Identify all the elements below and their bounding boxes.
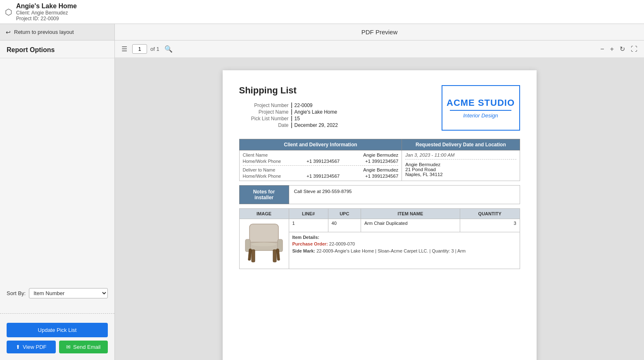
proj-name-label: Project Name	[239, 109, 289, 115]
items-table: IMAGE LINE# UPC ITEM NAME QUANTITY	[239, 208, 520, 269]
info-date: Date December 29, 2022	[239, 122, 338, 128]
items-header-row: IMAGE LINE# UPC ITEM NAME QUANTITY	[239, 209, 520, 219]
pdf-preview-header: PDF Preview	[115, 24, 644, 41]
info-project-name: Project Name Angie's Lake Home	[239, 109, 338, 115]
sort-by-row: Sort By: Item Number Category Vendor	[7, 288, 108, 298]
project-id-label: Project ID:	[16, 16, 39, 21]
outline-icon-button[interactable]: ☰	[120, 43, 129, 55]
proj-num-label: Project Number	[239, 103, 289, 108]
deliver-phone-label: Home/Work Phone	[243, 174, 281, 179]
delivery-addr-3: Naples, FL 34112	[405, 172, 516, 177]
view-pdf-button[interactable]: ⬆ View PDF	[7, 341, 56, 353]
project-title: Angie's Lake Home	[16, 2, 77, 10]
zoom-out-button[interactable]: −	[599, 44, 606, 55]
svg-rect-5	[273, 250, 276, 262]
company-logo: ACME STUDIO Interior Design	[442, 85, 520, 131]
item-quantity: 3	[460, 219, 520, 232]
client-section-header: Client and Delivery Information	[239, 139, 402, 150]
top-header: ⬡ Angie's Lake Home Client: Angie Bermud…	[0, 0, 644, 24]
home-phone-label: Home/Work Phone	[243, 159, 281, 164]
proj-num-value: 22-0009	[295, 103, 313, 108]
deliver-phone-1: +1 3991234567	[307, 174, 340, 179]
fullscreen-button[interactable]: ⛶	[629, 44, 639, 55]
page-number-input[interactable]	[132, 44, 147, 54]
side-mark-row: Side Mark: 22-0009-Angie's Lake Home | S…	[292, 248, 516, 255]
item-details-cell: Item Details: Purchase Order: 22-0009-07…	[289, 232, 520, 269]
chair-image	[243, 221, 285, 266]
deliver-name-label: Deliver to Name	[243, 167, 276, 172]
notes-row: Notes for installer Call Steve at 290-55…	[239, 186, 520, 204]
update-picklist-button[interactable]: Update Pick List	[7, 323, 108, 337]
pdf-top-section: Shipping List Project Number 22-0009 Pro…	[239, 85, 520, 131]
toolbar-right: − + ↻ ⛶	[599, 43, 639, 55]
back-button[interactable]: ↩ Return to previous layout	[0, 24, 114, 41]
page-total: of 1	[150, 46, 159, 52]
delivery-location-cell: Jan 3, 2023 - 11:00 AM Angie Bermudez 21…	[402, 150, 520, 181]
zoom-in-button[interactable]: +	[608, 44, 615, 55]
client-info-cell: Client Name Angie Bermudez Home/Work Pho…	[239, 150, 402, 181]
client-name-row: Client Name Angie Bermudez	[243, 153, 399, 157]
client-name: Angie Bermudez	[31, 10, 68, 16]
pdf-content-area: Shipping List Project Number 22-0009 Pro…	[115, 58, 644, 360]
delivery-section-header: Requested Delivery Date and Location	[402, 139, 520, 150]
logo-company-name: ACME STUDIO	[447, 98, 515, 108]
proj-name-value: Angie's Lake Home	[295, 109, 337, 115]
delivery-addr-2: 21 Pond Road	[405, 167, 516, 172]
home-phone-row: Home/Work Phone +1 3991234567 +1 3991234…	[243, 159, 399, 164]
email-icon: ✉	[66, 344, 71, 350]
delivery-addr-1: Angie Bermudez	[405, 162, 516, 167]
notes-content: Call Steve at 290-559-8795	[289, 186, 520, 204]
date-label: Date	[239, 122, 289, 128]
pdf-toolbar: ☰ of 1 🔍 − + ↻ ⛶	[115, 41, 644, 58]
project-icon: ⬡	[5, 7, 12, 17]
pdf-info-table: Project Number 22-0009 Project Name Angi…	[239, 103, 338, 128]
item-image-cell	[239, 219, 289, 269]
svg-rect-4	[252, 250, 255, 262]
bottom-buttons-row: ⬆ View PDF ✉ Send Email	[7, 341, 108, 353]
project-id-value: 22-0009	[40, 16, 59, 21]
info-project-number: Project Number 22-0009	[239, 103, 338, 108]
client-name-label: Client Name	[243, 153, 268, 157]
back-label: Return to previous layout	[14, 29, 74, 35]
dashed-sep	[243, 165, 399, 166]
col-upc: UPC	[328, 209, 361, 219]
sidebar-section-title: Report Options	[0, 41, 114, 58]
pick-list-value: 15	[295, 116, 300, 122]
info-pick-list: Pick List Number 15	[239, 116, 338, 122]
sort-by-select[interactable]: Item Number Category Vendor	[29, 288, 108, 298]
client-delivery-row: Client Name Angie Bermudez Home/Work Pho…	[239, 150, 520, 181]
deliver-name-value: Angie Bermudez	[363, 167, 398, 172]
svg-point-8	[252, 242, 276, 246]
purchase-order-row: Purchase Order: 22-0009-070	[292, 241, 516, 248]
col-quantity: QUANTITY	[460, 209, 520, 219]
logo-underline	[450, 110, 511, 111]
item-line: 1	[289, 219, 328, 232]
date-value: December 29, 2022	[295, 122, 338, 128]
deliver-name-row: Deliver to Name Angie Bermudez	[243, 167, 399, 172]
client-line: Client: Angie Bermudez	[16, 10, 77, 16]
client-name-value: Angie Bermudez	[363, 153, 398, 157]
purchase-order-value: 22-0009-070	[329, 241, 355, 246]
home-phone-1: +1 3991234567	[307, 159, 340, 164]
sidebar-buttons: Update Pick List ⬆ View PDF ✉ Send Email	[0, 319, 114, 360]
upload-icon: ⬆	[16, 344, 20, 350]
rotate-button[interactable]: ↻	[618, 43, 627, 55]
deliver-phone-row: Home/Work Phone +1 3991234567 +1 3991234…	[243, 174, 399, 179]
item-name: Arm Chair Duplicated	[361, 219, 460, 232]
back-arrow-icon: ↩	[6, 29, 11, 36]
pdf-preview-title: PDF Preview	[361, 29, 398, 36]
send-email-label: Send Email	[73, 344, 100, 350]
col-line: LINE#	[289, 209, 328, 219]
sort-by-label: Sort By:	[7, 290, 26, 296]
deliver-phone-2: +1 3991234567	[365, 174, 398, 179]
side-mark-value: 22-0009-Angie's Lake Home | Sloan-Acme C…	[316, 248, 466, 253]
item-upc: 40	[328, 219, 361, 232]
table-row: 1 40 Arm Chair Duplicated 3	[239, 219, 520, 232]
send-email-button[interactable]: ✉ Send Email	[59, 341, 108, 353]
details-label: Item Details:	[292, 234, 516, 241]
search-icon-button[interactable]: 🔍	[163, 43, 174, 55]
project-id-line: Project ID: 22-0009	[16, 16, 77, 21]
client-delivery-table: Client and Delivery Information Requeste…	[239, 139, 520, 181]
logo-subtitle: Interior Design	[463, 112, 498, 119]
pick-list-label: Pick List Number	[239, 116, 289, 122]
